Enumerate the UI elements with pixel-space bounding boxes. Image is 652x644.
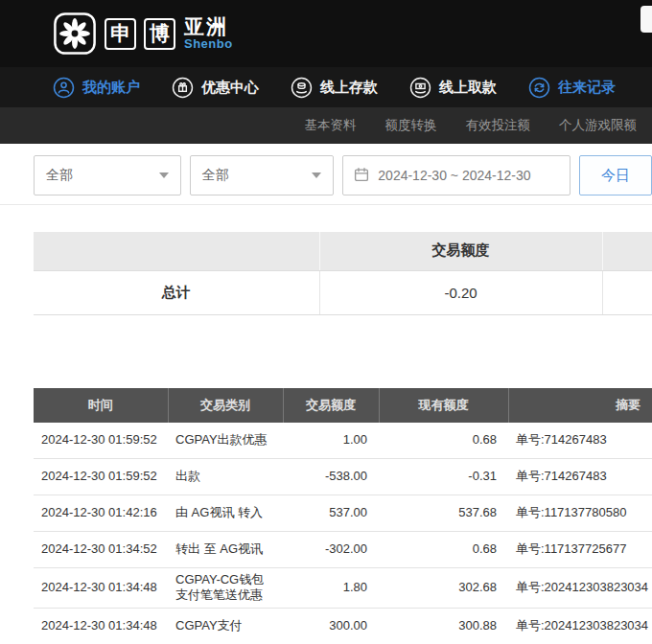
today-button[interactable]: 今日 — [579, 155, 652, 196]
brand-logo[interactable]: 申 博 亚洲 Shenbo — [53, 12, 233, 56]
nav-item-label: 优惠中心 — [201, 79, 259, 97]
cell-amount: -302.00 — [283, 532, 379, 568]
table-row: 2024-12-30 01:59:52 CGPAY出款优惠 1.00 0.68 … — [34, 423, 652, 459]
subnav-item-valid-bets[interactable]: 有效投注额 — [466, 117, 531, 134]
cell-amount: 1.80 — [283, 568, 379, 609]
brand-subtitle: Shenbo — [184, 37, 233, 51]
category-select-value: 全部 — [202, 167, 229, 184]
summary-header-amount: 交易额度 — [319, 232, 602, 270]
sub-nav: 基本资料 额度转换 有效投注额 个人游戏限额 — [0, 107, 652, 144]
cell-note: 单号:117137725677 — [508, 532, 652, 568]
col-header-time: 时间 — [34, 388, 168, 423]
col-header-amount: 交易额度 — [283, 388, 379, 423]
summary-header-row: 交易额度 — [34, 232, 652, 270]
cell-note: 单号:202412303823034 — [508, 608, 652, 644]
brand-region: 亚洲 — [184, 16, 233, 37]
nav-item-label: 我的账户 — [82, 79, 140, 97]
cell-time: 2024-12-30 01:34:48 — [34, 568, 168, 609]
nav-item-transaction-records[interactable]: 往来记录 — [528, 77, 616, 99]
table-row: 2024-12-30 01:42:16 由 AG视讯 转入 537.00 537… — [34, 495, 652, 532]
withdraw-hand-icon — [409, 77, 431, 99]
cell-balance: -0.31 — [379, 459, 508, 495]
cell-amount: -538.00 — [283, 459, 379, 495]
cell-type: CGPAY支付 — [168, 608, 283, 644]
records-icon — [528, 77, 550, 99]
cell-amount: 300.00 — [283, 608, 379, 644]
nav-item-label: 往来记录 — [558, 79, 616, 97]
cell-balance: 537.68 — [379, 495, 508, 532]
cell-time: 2024-12-30 01:34:52 — [34, 532, 168, 568]
nav-item-label: 线上取款 — [439, 79, 497, 97]
nav-item-withdraw[interactable]: 线上取款 — [409, 77, 497, 99]
col-header-type: 交易类别 — [168, 388, 283, 423]
cell-time: 2024-12-30 01:59:52 — [34, 423, 168, 459]
type-select[interactable]: 全部 — [34, 155, 181, 196]
page: 申 博 亚洲 Shenbo 我的账户 — [0, 0, 652, 644]
chevron-down-icon — [312, 172, 321, 178]
table-row: 2024-12-30 01:34:48 CGPAY-CG钱包支付笔笔送优惠 1.… — [34, 568, 652, 609]
filter-bar: 全部 全部 2024-12-30 ~ 2024-12-30 今日 — [34, 155, 652, 196]
col-header-balance: 现有额度 — [379, 388, 508, 423]
nav-item-deposit[interactable]: 线上存款 — [291, 77, 378, 99]
transactions-header-row: 时间 交易类别 交易额度 现有额度 摘要 — [34, 388, 652, 423]
cell-amount: 1.00 — [283, 423, 379, 459]
deposit-hand-icon — [291, 77, 313, 99]
transactions-table: 时间 交易类别 交易额度 现有额度 摘要 2024-12-30 01:59:52… — [34, 388, 652, 644]
nav-item-label: 线上存款 — [320, 79, 378, 97]
cell-note: 单号:714267483 — [508, 423, 652, 459]
subnav-item-basic-info[interactable]: 基本资料 — [305, 117, 357, 134]
user-icon — [53, 77, 75, 99]
cell-note: 单号:117137780580 — [508, 495, 652, 532]
cell-time: 2024-12-30 01:34:48 — [34, 608, 168, 644]
cell-time: 2024-12-30 01:42:16 — [34, 495, 168, 532]
top-header: 申 博 亚洲 Shenbo — [0, 0, 652, 67]
date-range-value: 2024-12-30 ~ 2024-12-30 — [378, 168, 530, 183]
cell-time: 2024-12-30 01:59:52 — [34, 459, 168, 495]
summary-total-row: 总计 -0.20 — [34, 270, 652, 314]
table-row: 2024-12-30 01:59:52 出款 -538.00 -0.31 单号:… — [34, 459, 652, 495]
table-row: 2024-12-30 01:34:52 转出 至 AG视讯 -302.00 0.… — [34, 532, 652, 568]
cell-type: 出款 — [168, 459, 283, 495]
chevron-down-icon — [159, 172, 169, 178]
summary-header-cut — [602, 232, 652, 270]
filter-divider — [0, 204, 652, 205]
cell-balance: 0.68 — [379, 423, 508, 459]
category-select[interactable]: 全部 — [190, 155, 335, 196]
nav-item-my-account[interactable]: 我的账户 — [53, 77, 140, 99]
subnav-item-personal-game-limit[interactable]: 个人游戏限额 — [559, 117, 637, 134]
cell-type: 转出 至 AG视讯 — [168, 532, 283, 568]
summary-total-value: -0.20 — [319, 270, 602, 314]
brand-char-2: 博 — [144, 18, 175, 50]
gift-icon — [172, 77, 194, 99]
main-nav: 我的账户 优惠中心 线上存款 — [0, 67, 652, 107]
floating-widget-cut[interactable] — [640, 6, 652, 33]
nav-item-promotions[interactable]: 优惠中心 — [172, 77, 259, 99]
summary-header-empty — [34, 232, 319, 270]
cell-note: 单号:714267483 — [508, 459, 652, 495]
date-range-picker[interactable]: 2024-12-30 ~ 2024-12-30 — [342, 155, 570, 196]
summary-total-label: 总计 — [34, 270, 319, 314]
cell-note: 单号:202412303823034 — [508, 568, 652, 609]
cell-type: CGPAY出款优惠 — [168, 423, 283, 459]
subnav-item-balance-transfer[interactable]: 额度转换 — [385, 117, 437, 134]
cell-balance: 0.68 — [379, 532, 508, 568]
calendar-icon — [353, 166, 370, 186]
summary-table: 交易额度 总计 -0.20 — [34, 232, 652, 315]
cell-type: CGPAY-CG钱包支付笔笔送优惠 — [168, 568, 283, 609]
cell-amount: 537.00 — [283, 495, 379, 532]
table-row: 2024-12-30 01:34:48 CGPAY支付 300.00 300.8… — [34, 608, 652, 644]
cell-type: 由 AG视讯 转入 — [168, 495, 283, 532]
summary-total-cut — [602, 270, 652, 314]
col-header-note: 摘要 — [508, 388, 652, 423]
brand-char-1: 申 — [105, 18, 136, 50]
cell-balance: 302.68 — [379, 568, 508, 609]
cell-balance: 300.88 — [379, 608, 508, 644]
pinwheel-flower-icon — [53, 12, 97, 56]
type-select-value: 全部 — [46, 167, 73, 184]
